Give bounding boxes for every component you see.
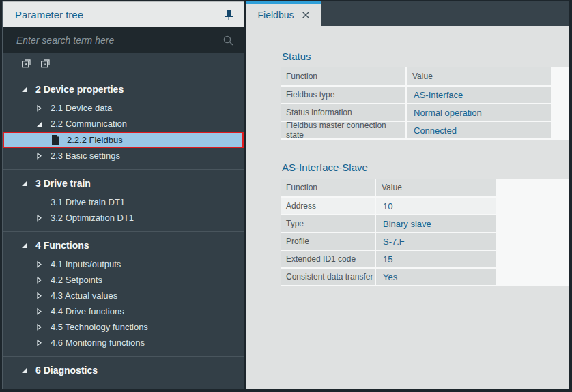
search-bar bbox=[3, 27, 244, 53]
tree-item-4-3-actual-values[interactable]: 4.3 Actual values bbox=[3, 288, 244, 303]
parameter-tree-header: Parameter tree bbox=[3, 1, 244, 27]
status-section: Status FunctionValueFieldbus typeAS-Inte… bbox=[281, 50, 569, 140]
section-title: Status bbox=[282, 50, 569, 62]
table-cell-value[interactable]: Normal operation bbox=[407, 104, 551, 121]
main-panel: Fieldbus Status FunctionValueFieldbus ty… bbox=[246, 1, 569, 389]
tree-item-label: 3.2 Optimization DT1 bbox=[51, 213, 134, 223]
table-cell-value[interactable]: Yes bbox=[376, 269, 496, 285]
tree-item-label: 4.4 Drive functions bbox=[51, 306, 124, 316]
tree-item-2-2-2-fieldbus[interactable]: 2.2.2 Fieldbus bbox=[3, 132, 244, 148]
tree-item-2-2-communication[interactable]: 2.2 Communication bbox=[3, 116, 244, 132]
column-header: Value bbox=[376, 179, 496, 196]
tab-fieldbus[interactable]: Fieldbus bbox=[246, 1, 321, 26]
tree-item-3-2-optimization-dt1[interactable]: 3.2 Optimization DT1 bbox=[3, 210, 244, 226]
table-cell-value[interactable]: 10 bbox=[376, 198, 496, 214]
tree-item-label: 6 Diagnostics bbox=[35, 365, 98, 376]
pin-icon[interactable] bbox=[223, 9, 234, 21]
tree-item-2-1-device-data[interactable]: 2.1 Device data bbox=[3, 100, 244, 116]
tree-separator bbox=[3, 164, 244, 175]
tree-item-label: 4.6 Monitoring functions bbox=[51, 337, 145, 348]
expand-arrow-icon[interactable] bbox=[20, 242, 27, 249]
table-cell-function: Extended ID1 code bbox=[281, 251, 375, 267]
tree-item-label: 4.2 Setpoints bbox=[51, 275, 102, 285]
as-interface-slave-section: AS-Interface-Slave FunctionValueAddress1… bbox=[281, 162, 569, 286]
tree-item-label: 4.5 Technology functions bbox=[51, 322, 148, 332]
collapse-arrow-icon[interactable] bbox=[35, 339, 42, 346]
tree-item-4-1-inputs-outputs[interactable]: 4.1 Inputs/outputs bbox=[3, 256, 244, 272]
expand-arrow-icon[interactable] bbox=[20, 180, 27, 187]
tree-item-label: 2.1 Device data bbox=[51, 103, 112, 113]
tree-item-4-4-drive-functions[interactable]: 4.4 Drive functions bbox=[3, 303, 244, 319]
tree-item-label: 4.3 Actual values bbox=[51, 290, 117, 301]
tree-item-4-5-technology-functions[interactable]: 4.5 Technology functions bbox=[3, 319, 244, 335]
table-cell-value[interactable]: Connected bbox=[407, 122, 551, 138]
table-cell-function: Status information bbox=[281, 104, 405, 121]
table-cell-value[interactable]: S-7.F bbox=[376, 233, 496, 250]
tree-item-label: 2.2 Communication bbox=[51, 119, 127, 129]
expand-arrow-icon[interactable] bbox=[35, 121, 42, 127]
tab-bar: Fieldbus bbox=[246, 1, 569, 26]
document-icon bbox=[51, 135, 59, 145]
collapse-arrow-icon[interactable] bbox=[35, 104, 42, 112]
status-table: FunctionValueFieldbus typeAS-InterfaceSt… bbox=[281, 67, 569, 140]
tree-separator bbox=[3, 350, 244, 361]
as-interface-slave-table: FunctionValueAddress10TypeBinary slavePr… bbox=[281, 179, 569, 286]
table-cell-function: Type bbox=[281, 215, 375, 232]
tab-label: Fieldbus bbox=[258, 10, 294, 20]
tree-separator bbox=[3, 226, 244, 237]
tree-item-6-diagnostics[interactable]: 6 Diagnostics bbox=[3, 361, 244, 379]
expand-arrow-icon[interactable] bbox=[20, 367, 27, 374]
parameter-tree-panel: Parameter tree bbox=[2, 1, 244, 389]
tree-item-label: 2.3 Basic settings bbox=[51, 151, 120, 161]
collapse-arrow-icon[interactable] bbox=[35, 152, 42, 160]
application-window: Parameter tree bbox=[0, 0, 572, 392]
column-header: Value bbox=[407, 67, 551, 85]
collapse-arrow-icon[interactable] bbox=[35, 260, 42, 268]
panel-title: Parameter tree bbox=[15, 9, 83, 20]
table-cell-value[interactable]: AS-Interface bbox=[407, 87, 551, 103]
collapse-arrow-icon[interactable] bbox=[35, 307, 42, 315]
tree-item-2-3-basic-settings[interactable]: 2.3 Basic settings bbox=[3, 148, 244, 164]
column-header: Function bbox=[281, 67, 405, 85]
tree-item-label: 4 Functions bbox=[35, 240, 89, 251]
tree-item-label: 4.1 Inputs/outputs bbox=[51, 259, 121, 269]
parameter-tree: 2 Device properties2.1 Device data2.2 Co… bbox=[3, 72, 244, 379]
tree-item-label: 2 Device properties bbox=[35, 84, 124, 95]
tree-item-4-2-setpoints[interactable]: 4.2 Setpoints bbox=[3, 272, 244, 288]
collapse-all-icon[interactable] bbox=[40, 58, 51, 68]
tree-item-3-1-drive-train-dt1[interactable]: 3.1 Drive train DT1 bbox=[3, 194, 244, 210]
table-cell-function: Address bbox=[281, 198, 375, 214]
close-icon[interactable] bbox=[302, 11, 310, 19]
tree-item-4-6-monitoring-functions[interactable]: 4.6 Monitoring functions bbox=[3, 335, 244, 350]
table-cell-value[interactable]: 15 bbox=[376, 251, 496, 267]
section-title: AS-Interface-Slave bbox=[282, 162, 569, 173]
search-input[interactable] bbox=[15, 34, 223, 46]
expand-all-icon[interactable] bbox=[21, 58, 31, 68]
collapse-arrow-icon[interactable] bbox=[35, 323, 42, 331]
search-icon bbox=[223, 35, 234, 46]
tree-toolbar bbox=[3, 53, 244, 72]
table-cell-function: Fieldbus type bbox=[281, 87, 405, 103]
expand-arrow-icon[interactable] bbox=[20, 86, 27, 93]
tree-item-label: 3 Drive train bbox=[35, 178, 91, 189]
tree-item-label: 3.1 Drive train DT1 bbox=[51, 197, 125, 207]
column-header: Function bbox=[281, 179, 375, 196]
table-cell-function: Consistent data transfer bbox=[281, 269, 375, 285]
collapse-arrow-icon[interactable] bbox=[35, 276, 42, 284]
collapse-arrow-icon[interactable] bbox=[35, 214, 42, 222]
collapse-arrow-icon[interactable] bbox=[35, 292, 42, 299]
tree-item-label: 2.2.2 Fieldbus bbox=[67, 135, 123, 145]
tree-item-4-functions[interactable]: 4 Functions bbox=[3, 237, 244, 254]
tree-item-3-drive-train[interactable]: 3 Drive train bbox=[3, 175, 244, 192]
table-cell-value[interactable]: Binary slave bbox=[376, 215, 496, 232]
table-cell-function: Profile bbox=[281, 233, 375, 250]
table-cell-function: Fieldbus master connection state bbox=[281, 122, 405, 138]
tree-item-2-device-properties[interactable]: 2 Device properties bbox=[3, 80, 244, 98]
tab-content: Status FunctionValueFieldbus typeAS-Inte… bbox=[246, 26, 569, 389]
